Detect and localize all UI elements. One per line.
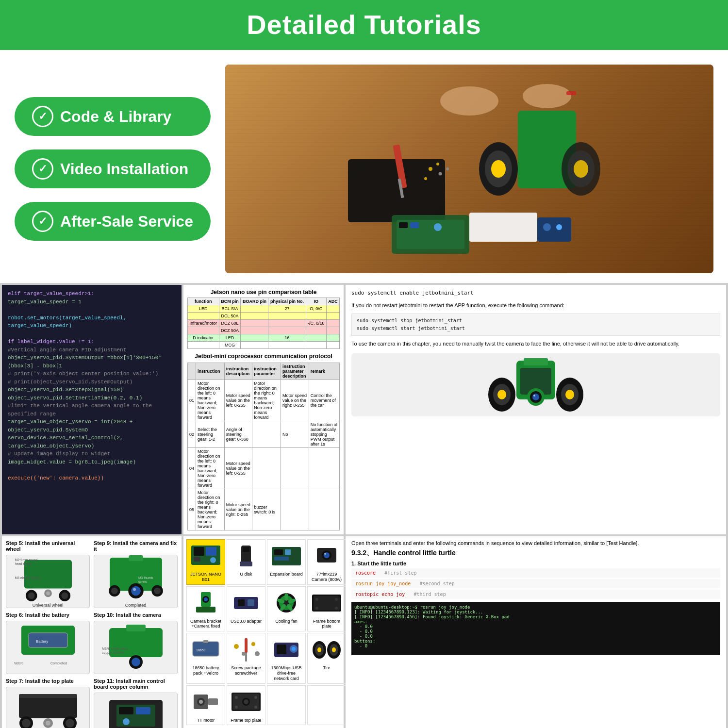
step-11-title: Step 11: Install main control board copp…	[94, 678, 178, 690]
svg-text:M3 elastic gasket: M3 elastic gasket	[15, 576, 40, 580]
step-5-title: Step 5: Install the universal wheel	[6, 540, 90, 552]
protocol-table-title: Jetbot-mini coprocessor communication pr…	[187, 353, 340, 360]
code-line-6: object_yservo_pid.SystemOutput =bbox[1]*…	[8, 354, 176, 370]
table-row: LED BCL S/A 27 O, 0/C	[188, 305, 340, 313]
bracket-icon	[189, 589, 223, 618]
check-icon-1: ✓	[32, 106, 53, 127]
code-line-5: #Vertical angle camera PID adjustment	[8, 346, 176, 354]
svg-point-46	[46, 591, 50, 595]
svg-rect-145	[208, 698, 218, 705]
comp-grid-layout: JETSON NANO B01 U disk	[186, 539, 341, 725]
svg-rect-26	[566, 91, 576, 95]
svg-rect-97	[285, 549, 291, 555]
terminal-section: Open three terminals and enter the follo…	[346, 536, 726, 728]
svg-point-76	[22, 719, 31, 728]
comp-camera-label: 77*imx219 Camera (800w)	[310, 572, 344, 582]
step-7-container: Step 7: Install the top plate	[6, 678, 90, 728]
svg-text:M3*6 single-pass: M3*6 single-pass	[102, 647, 128, 651]
badge-video-label: Video Installation	[60, 160, 188, 178]
svg-rect-108	[238, 599, 245, 606]
svg-rect-96	[274, 549, 283, 555]
step-11-container: Step 11: Install main control board copp…	[94, 678, 178, 728]
svg-rect-93	[243, 547, 249, 552]
svg-text:M3 thumb: M3 thumb	[138, 576, 153, 579]
protocol-row: 05 Motor direction on the right: 0 means…	[188, 489, 340, 530]
comp-udisk: U disk	[227, 539, 265, 585]
comp-frame-top: Frame top plate	[227, 685, 265, 726]
svg-point-143	[332, 647, 336, 652]
code-line-9: object_yservo_pid.SetStepSignal(150)	[8, 386, 176, 394]
svg-point-23	[556, 224, 562, 230]
comp-expansion-label: Expansion board	[269, 572, 303, 577]
svg-point-78	[66, 719, 74, 728]
step5-svg: M2*8mm round head screw M3 elastic gaske…	[12, 555, 84, 603]
blank2-icon	[310, 688, 344, 717]
svg-point-7	[424, 177, 427, 180]
svg-rect-51	[129, 555, 143, 561]
protocol-row: 01 Motor direction on the left: 0 means …	[188, 380, 340, 421]
pin-table-title: Jetson nano use pin comparison table	[187, 289, 340, 296]
stop-cmd: sudo systemctl stop jetbotmini_start sud…	[351, 314, 720, 336]
svg-text:Battery: Battery	[36, 639, 48, 644]
comp-udisk-label: U disk	[229, 572, 263, 577]
badge-code: ✓ Code & Library	[15, 97, 211, 136]
badge-aftersale-label: After-Sale Service	[60, 213, 193, 231]
table-row: MCG	[188, 342, 340, 349]
col-io: IO	[306, 298, 326, 305]
svg-text:Velcro: Velcro	[14, 662, 24, 665]
step-6-diagram: Battery Velcro Completed	[6, 621, 90, 674]
svg-point-113	[284, 593, 288, 601]
cmd-roscore: roscore #first step	[351, 568, 720, 578]
svg-rect-94	[240, 562, 252, 566]
code-block: elif target_value_speedr>1: target_value…	[2, 285, 182, 534]
cmd-stop: sudo systemctl stop jetbotmini_start	[357, 317, 715, 325]
page-header: Detailed Tutorials	[0, 0, 728, 50]
svg-point-131	[242, 652, 246, 656]
svg-point-102	[324, 553, 326, 555]
step-11-diagram: M2.5*11+6 copper col...	[94, 693, 178, 728]
step-5-label: Universal wheel	[33, 603, 64, 608]
step-row-6-10: Step 6: Install the battery Battery Velc…	[6, 612, 178, 674]
protocol-table: instruction instruction description inst…	[187, 363, 340, 530]
main-tutorial-image	[225, 65, 713, 273]
bottom-tutorials-section: elif target_value_speedr>1: target_value…	[0, 283, 728, 536]
svg-point-31	[497, 390, 506, 399]
tire-icon	[310, 635, 344, 664]
system-cmd-text: sudo systemctl enable jetbotmini_start	[351, 289, 720, 298]
svg-point-133	[255, 651, 260, 656]
svg-rect-74	[19, 694, 77, 698]
comp-bracket: Camera bracket +Camera fixed	[186, 586, 225, 632]
svg-rect-84	[136, 707, 150, 714]
svg-rect-18	[410, 222, 419, 228]
svg-rect-128	[245, 638, 248, 653]
comp-jetson: JETSON NANO B01	[186, 539, 225, 585]
comp-jetson-label: JETSON NANO B01	[189, 572, 223, 582]
table-row: D indicator LED 16	[188, 334, 340, 342]
code-line-7: # print('Y-axis object center position v…	[8, 370, 176, 378]
svg-point-106	[204, 597, 208, 601]
check-icon-3: ✓	[32, 211, 53, 232]
comp-motor-label: TT motor	[189, 718, 223, 723]
svg-rect-98	[274, 557, 289, 561]
motor-icon	[189, 688, 223, 717]
svg-rect-107	[234, 597, 258, 609]
svg-point-137	[292, 647, 296, 651]
svg-point-132	[251, 642, 255, 646]
col-func: function	[188, 298, 219, 305]
step-6-title: Step 6: Install the battery	[6, 612, 90, 618]
svg-point-53	[131, 586, 141, 596]
terminal-output: ubuntu@ubuntu-desktop:~$ rosrun joy joy_…	[351, 602, 720, 655]
svg-rect-109	[248, 599, 254, 606]
exp-icon	[269, 542, 303, 571]
cmd-joy: rosrun joy joy_node #second step	[351, 579, 720, 588]
svg-point-121	[335, 598, 338, 601]
svg-point-70	[132, 658, 140, 666]
svg-text:head screw: head screw	[15, 562, 32, 565]
code-line-11: #limit the vertical angle camera angle t…	[8, 402, 176, 418]
svg-point-155	[244, 699, 248, 704]
robot-svg-right	[487, 356, 584, 414]
comp-motor: TT motor	[186, 685, 225, 726]
comp-screw-label: Screw package screwdriver	[229, 665, 263, 676]
svg-rect-68	[126, 625, 146, 631]
badge-aftersale: ✓ After-Sale Service	[15, 202, 211, 241]
